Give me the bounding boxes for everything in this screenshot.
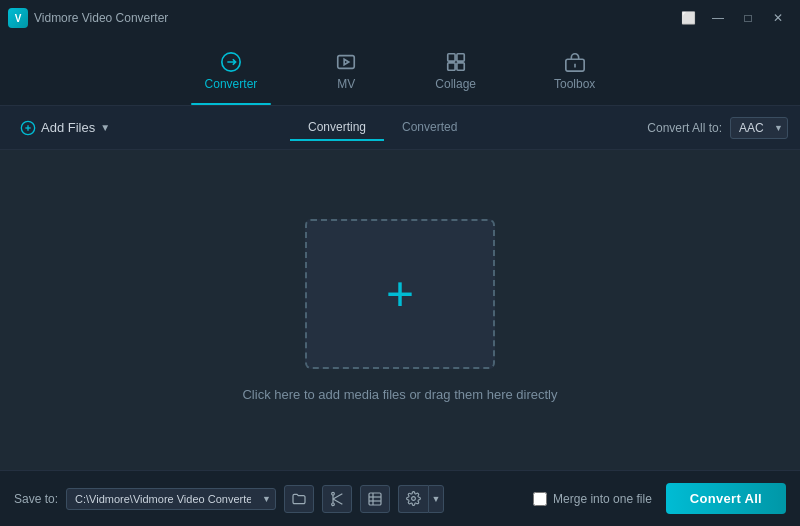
svg-rect-2 bbox=[447, 53, 454, 60]
convert-all-button[interactable]: Convert All bbox=[666, 483, 786, 514]
svg-point-20 bbox=[412, 497, 416, 501]
toolbox-icon bbox=[564, 51, 586, 73]
add-files-button[interactable]: Add Files ▼ bbox=[12, 115, 118, 141]
svg-rect-3 bbox=[457, 53, 464, 60]
nav-tabs: Converter MV Collage Toolbox bbox=[0, 36, 800, 106]
footer-right: Merge into one file Convert All bbox=[533, 483, 786, 514]
toolbar: Add Files ▼ Converting Converted Convert… bbox=[0, 106, 800, 150]
window-controls: ⬜ — □ ✕ bbox=[674, 7, 792, 29]
title-bar-left: V Vidmore Video Converter bbox=[8, 8, 168, 28]
save-path-wrapper: C:\Vidmore\Vidmore Video Converter\Conve… bbox=[66, 488, 276, 510]
merge-label[interactable]: Merge into one file bbox=[553, 492, 652, 506]
tab-converter[interactable]: Converter bbox=[191, 45, 272, 97]
caption-button[interactable]: ⬜ bbox=[674, 7, 702, 29]
save-path-select[interactable]: C:\Vidmore\Vidmore Video Converter\Conve… bbox=[66, 488, 276, 510]
settings-icon bbox=[406, 491, 421, 506]
main-content: + Click here to add media files or drag … bbox=[0, 150, 800, 470]
add-files-dropdown-arrow: ▼ bbox=[100, 122, 110, 133]
app-icon: V bbox=[8, 8, 28, 28]
format-wrapper: AAC MP3 MP4 AVI MKV MOV ▼ bbox=[730, 117, 788, 139]
drop-zone[interactable]: + bbox=[305, 219, 495, 369]
title-bar: V Vidmore Video Converter ⬜ — □ ✕ bbox=[0, 0, 800, 36]
mv-icon bbox=[335, 51, 357, 73]
browse-folder-button[interactable] bbox=[284, 485, 314, 513]
svg-point-12 bbox=[332, 492, 335, 495]
minimize-button[interactable]: — bbox=[704, 7, 732, 29]
tab-toolbox[interactable]: Toolbox bbox=[540, 45, 609, 97]
title-bar-title: Vidmore Video Converter bbox=[34, 11, 168, 25]
convert-all-to: Convert All to: AAC MP3 MP4 AVI MKV MOV … bbox=[647, 117, 788, 139]
tab-mv[interactable]: MV bbox=[321, 45, 371, 97]
maximize-button[interactable]: □ bbox=[734, 7, 762, 29]
status-tabs: Converting Converted bbox=[290, 115, 475, 141]
format-select[interactable]: AAC MP3 MP4 AVI MKV MOV bbox=[730, 117, 788, 139]
folder-icon bbox=[291, 491, 307, 507]
drop-hint: Click here to add media files or drag th… bbox=[242, 387, 557, 402]
merge-checkbox-wrapper: Merge into one file bbox=[533, 492, 652, 506]
trim-icon bbox=[367, 491, 383, 507]
svg-rect-1 bbox=[338, 55, 355, 68]
svg-rect-5 bbox=[457, 62, 464, 69]
collage-icon bbox=[445, 51, 467, 73]
cut-icon bbox=[329, 491, 345, 507]
cut-icon-button[interactable] bbox=[322, 485, 352, 513]
save-to-label: Save to: bbox=[14, 492, 58, 506]
drop-zone-plus-icon: + bbox=[386, 270, 414, 318]
footer: Save to: C:\Vidmore\Vidmore Video Conver… bbox=[0, 470, 800, 526]
converter-icon bbox=[220, 51, 242, 73]
tab-collage[interactable]: Collage bbox=[421, 45, 490, 97]
settings-button[interactable] bbox=[398, 485, 428, 513]
status-tab-converted[interactable]: Converted bbox=[384, 115, 475, 141]
trim-icon-button[interactable] bbox=[360, 485, 390, 513]
svg-rect-4 bbox=[447, 62, 454, 69]
svg-point-11 bbox=[332, 503, 335, 506]
plus-circle-icon bbox=[20, 120, 36, 136]
settings-button-group: ▼ bbox=[398, 485, 444, 513]
settings-dropdown-arrow[interactable]: ▼ bbox=[428, 485, 444, 513]
close-button[interactable]: ✕ bbox=[764, 7, 792, 29]
status-tab-converting[interactable]: Converting bbox=[290, 115, 384, 141]
merge-checkbox[interactable] bbox=[533, 492, 547, 506]
svg-rect-16 bbox=[369, 493, 381, 505]
